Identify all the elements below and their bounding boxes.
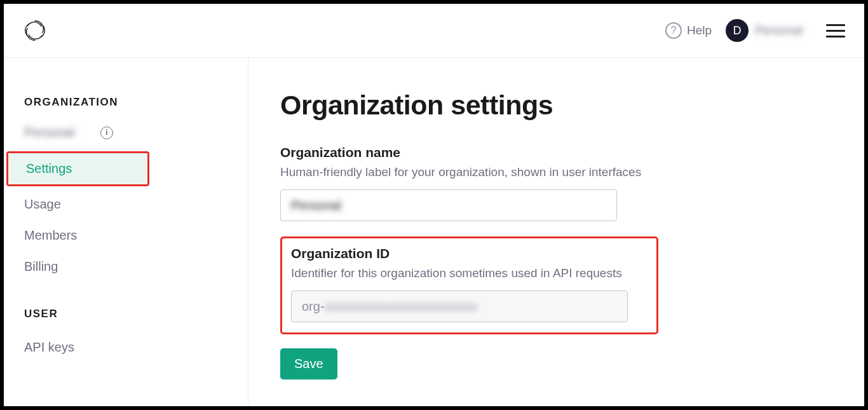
save-button[interactable]: Save — [280, 348, 337, 379]
header: ? Help D Personal — [4, 4, 864, 58]
sidebar-heading-organization: ORGANIZATION — [4, 96, 248, 109]
org-name-input[interactable]: Personal — [280, 189, 617, 221]
user-name-label: Personal — [755, 24, 812, 38]
avatar: D — [726, 19, 749, 42]
hamburger-menu-icon[interactable] — [826, 24, 845, 38]
sidebar-item-billing[interactable]: Billing — [4, 251, 248, 282]
sidebar-item-settings[interactable]: Settings — [8, 153, 147, 184]
org-name-field-group: Organization name Human-friendly label f… — [280, 145, 832, 221]
org-name-value: Personal — [291, 198, 341, 213]
org-id-highlight-box: Organization ID Identifier for this orga… — [280, 236, 658, 334]
help-link[interactable]: ? Help — [665, 22, 712, 39]
header-right: ? Help D Personal — [665, 19, 845, 42]
info-icon[interactable]: i — [100, 126, 113, 139]
body-wrap: ORGANIZATION Personal i Settings Usage M… — [4, 58, 864, 406]
org-name-label: Organization name — [280, 145, 832, 160]
sidebar-item-members[interactable]: Members — [4, 220, 248, 251]
org-id-value: xxxxxxxxxxxxxxxxxxxxxxxx — [325, 299, 477, 314]
sidebar: ORGANIZATION Personal i Settings Usage M… — [4, 58, 248, 406]
main-content: Organization settings Organization name … — [248, 58, 864, 406]
org-id-prefix: org- — [302, 299, 325, 314]
sidebar-item-api-keys[interactable]: API keys — [4, 332, 248, 363]
sidebar-item-usage[interactable]: Usage — [4, 189, 248, 220]
page-title: Organization settings — [280, 90, 832, 121]
org-id-desc: Identifier for this organization sometim… — [291, 266, 648, 280]
user-menu[interactable]: D Personal — [726, 19, 812, 42]
openai-logo-icon[interactable] — [23, 18, 47, 43]
org-name-desc: Human-friendly label for your organizati… — [280, 165, 832, 179]
sidebar-org-name-row[interactable]: Personal i — [4, 120, 248, 145]
org-id-label: Organization ID — [291, 246, 648, 261]
sidebar-heading-user: USER — [4, 308, 248, 320]
help-icon: ? — [665, 22, 682, 39]
sidebar-org-section: ORGANIZATION Personal i Settings Usage M… — [4, 96, 248, 282]
help-label: Help — [687, 24, 712, 38]
settings-highlight-box: Settings — [6, 151, 149, 186]
sidebar-org-name: Personal — [24, 125, 94, 140]
sidebar-user-section: USER API keys — [4, 308, 248, 363]
org-id-input[interactable]: org-xxxxxxxxxxxxxxxxxxxxxxxx — [291, 290, 628, 322]
